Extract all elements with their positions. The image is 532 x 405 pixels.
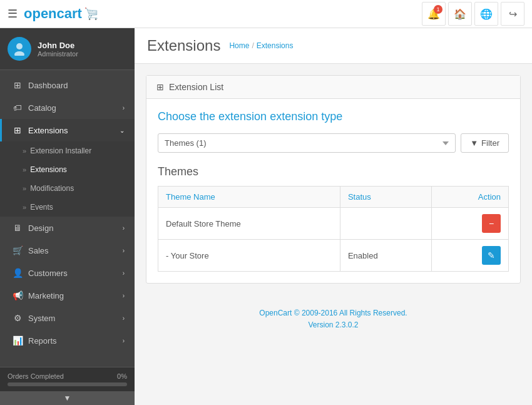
sidebar-item-extensions[interactable]: ⊞ Extensions ⌄ xyxy=(0,119,135,141)
sidebar-item-customers[interactable]: 👤 Customers › xyxy=(0,262,135,284)
logo-text: opencart xyxy=(24,6,82,22)
breadcrumb-home[interactable]: Home xyxy=(229,41,249,50)
top-nav-right: 🔔 1 🏠 🌐 ↪ xyxy=(422,2,524,26)
catalog-icon: 🏷 xyxy=(12,103,23,113)
extensions-submenu: Extension Installer Extensions Modificat… xyxy=(0,141,135,217)
content-body: ⊞ Extension List Choose the extension ex… xyxy=(135,64,532,355)
extensions-icon: ⊞ xyxy=(12,125,23,135)
extension-type-select[interactable]: Themes (1) xyxy=(158,133,456,153)
svg-point-1 xyxy=(14,51,24,56)
scroll-down-icon: ▼ xyxy=(64,394,71,402)
sidebar-item-label: Design xyxy=(28,223,53,233)
progress-percent: 0% xyxy=(117,372,127,380)
minus-icon: − xyxy=(489,218,494,228)
avatar xyxy=(8,37,31,61)
logout-btn[interactable]: ↪ xyxy=(501,2,524,26)
page-header: Extensions Home / Extensions xyxy=(135,28,532,64)
panel-body: Choose the extension extension type Them… xyxy=(146,99,520,283)
filter-icon: ▼ xyxy=(470,138,478,148)
footer-line1: OpenCart © 2009-2016 All Rights Reserved… xyxy=(158,307,508,319)
breadcrumb-separator: / xyxy=(252,41,253,50)
pencil-icon: ✎ xyxy=(488,250,495,260)
breadcrumb-current: Extensions xyxy=(257,41,294,50)
chevron-right-icon: › xyxy=(123,315,125,322)
sidebar-item-dashboard[interactable]: ⊞ Dashboard xyxy=(0,74,135,96)
sidebar-subitem-modifications[interactable]: Modifications xyxy=(0,179,135,198)
row2-name: - Your Store xyxy=(158,240,340,272)
filter-row: Themes (1) ▼ Filter xyxy=(158,133,509,153)
puzzle-icon: ⊞ xyxy=(156,82,164,92)
sidebar-item-marketing[interactable]: 📢 Marketing › xyxy=(0,284,135,307)
delete-button[interactable]: − xyxy=(482,214,501,233)
sidebar-item-reports[interactable]: 📊 Reports › xyxy=(0,329,135,352)
sidebar-item-label: Marketing xyxy=(28,291,64,300)
sidebar-item-label: Dashboard xyxy=(28,81,68,90)
panel-heading-label: Extension List xyxy=(169,82,223,92)
col-status: Status xyxy=(340,187,431,208)
top-nav-left: ☰ opencart 🛒 xyxy=(8,6,98,22)
row1-status xyxy=(340,208,431,240)
chevron-down-icon: ⌄ xyxy=(120,127,125,134)
top-nav: ☰ opencart 🛒 🔔 1 🏠 🌐 ↪ xyxy=(0,0,532,28)
row1-action: − xyxy=(432,208,509,240)
chevron-right-icon: › xyxy=(123,270,125,277)
progress-label: Orders Completed 0% xyxy=(8,372,127,380)
sidebar-item-system[interactable]: ⚙ System › xyxy=(0,307,135,329)
breadcrumb: Home / Extensions xyxy=(229,41,293,50)
col-action: Action xyxy=(432,187,509,208)
table-row: Default Store Theme − xyxy=(158,208,509,240)
sidebar-item-label: Customers xyxy=(28,269,68,278)
choose-title-part2: type xyxy=(318,110,342,123)
sidebar-subitem-events[interactable]: Events xyxy=(0,198,135,217)
panel-heading: ⊞ Extension List xyxy=(146,76,520,99)
filter-button[interactable]: ▼ Filter xyxy=(461,133,509,153)
sidebar-item-label: Extensions xyxy=(28,126,68,135)
user-name: John Doe xyxy=(38,41,78,50)
edit-button[interactable]: ✎ xyxy=(482,246,501,265)
sidebar: John Doe Administrator ⊞ Dashboard 🏷 Cat… xyxy=(0,28,135,405)
notification-badge: 1 xyxy=(434,5,442,14)
sidebar-subitem-extension-installer[interactable]: Extension Installer xyxy=(0,141,135,160)
chevron-right-icon: › xyxy=(123,337,125,344)
chevron-right-icon: › xyxy=(123,292,125,299)
sidebar-footer: Orders Completed 0% xyxy=(0,367,135,391)
hamburger-icon[interactable]: ☰ xyxy=(8,7,18,21)
progress-bar-bg xyxy=(8,382,127,386)
sidebar-item-design[interactable]: 🖥 Design › xyxy=(0,217,135,239)
logo-cart-icon: 🛒 xyxy=(84,7,98,21)
subitem-label: Modifications xyxy=(30,184,74,193)
sidebar-scroll-btn[interactable]: ▼ xyxy=(0,391,135,405)
progress-title: Orders Completed xyxy=(8,372,64,380)
dashboard-icon: ⊞ xyxy=(12,80,23,90)
reports-icon: 📊 xyxy=(12,336,23,346)
notification-btn[interactable]: 🔔 1 xyxy=(422,2,446,26)
svg-point-0 xyxy=(16,43,23,49)
subitem-label: Extensions xyxy=(30,165,67,174)
choose-title-highlight: extension xyxy=(267,110,318,123)
home-btn[interactable]: 🏠 xyxy=(448,2,472,26)
footer: OpenCart © 2009-2016 All Rights Reserved… xyxy=(146,295,521,344)
table-row: - Your Store Enabled ✎ xyxy=(158,240,509,272)
subitem-label: Events xyxy=(30,203,53,212)
sidebar-item-catalog[interactable]: 🏷 Catalog › xyxy=(0,96,135,119)
user-info: John Doe Administrator xyxy=(38,41,78,58)
sidebar-item-label: Catalog xyxy=(28,103,56,113)
layout: John Doe Administrator ⊞ Dashboard 🏷 Cat… xyxy=(0,28,532,405)
sidebar-subitem-extensions[interactable]: Extensions xyxy=(0,160,135,179)
themes-table: Theme Name Status Action Default Store T… xyxy=(158,186,509,272)
marketing-icon: 📢 xyxy=(12,290,23,300)
sidebar-item-sales[interactable]: 🛒 Sales › xyxy=(0,239,135,262)
filter-label: Filter xyxy=(481,138,499,148)
footer-line2: Version 2.3.0.2 xyxy=(158,319,508,331)
col-name: Theme Name xyxy=(158,187,340,208)
chevron-right-icon: › xyxy=(123,247,125,254)
customers-icon: 👤 xyxy=(12,268,23,278)
row2-status: Enabled xyxy=(340,240,431,272)
row2-action: ✎ xyxy=(432,240,509,272)
globe-btn[interactable]: 🌐 xyxy=(474,2,498,26)
main-content: Extensions Home / Extensions ⊞ Extension… xyxy=(135,28,532,405)
sidebar-item-label: Sales xyxy=(28,246,49,255)
chevron-right-icon: › xyxy=(123,225,125,232)
system-icon: ⚙ xyxy=(12,313,23,323)
page-title: Extensions xyxy=(147,37,220,54)
